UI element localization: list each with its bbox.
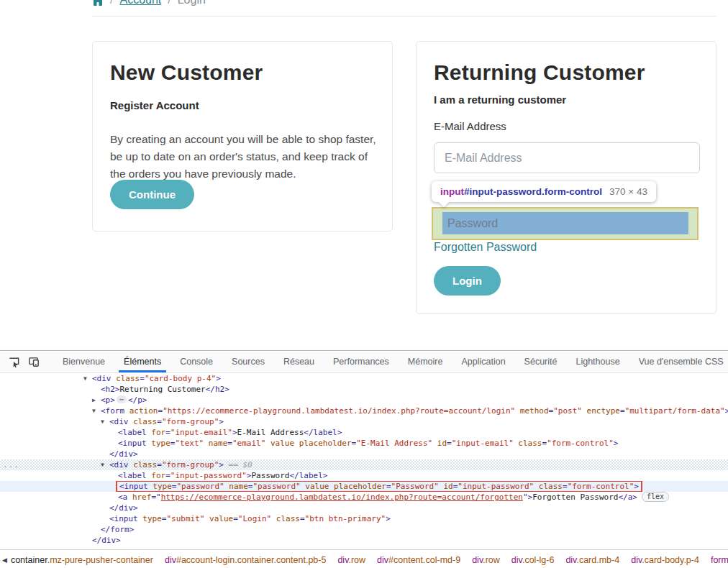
code-token: "input-email" [170,428,232,437]
forgotten-password-link[interactable]: Forgotten Password [434,241,537,254]
register-account-subtitle: Register Account [110,99,199,111]
devtools-tabs: BienvenueÉlémentsConsoleSourcesRéseauPer… [0,352,728,373]
expand-arrow-down-icon[interactable]: ▼ [101,459,109,470]
tab-sources[interactable]: Sources [222,352,274,372]
breadcrumb-separator: / [110,0,113,6]
code-token: "submit" [166,514,204,523]
dom-tree-row[interactable]: </form> [0,524,728,535]
crumb-token: div [511,555,522,565]
dom-tree-row[interactable]: <input type="text" name="email" value pl… [0,438,728,449]
code-token: = [386,482,391,491]
dom-tree-row[interactable]: </div> [0,503,728,513]
code-token: E-Mail Address [237,428,304,437]
dom-tree-row[interactable]: <label for="input-email">E-Mail Address<… [0,427,728,438]
expand-arrow-down-icon[interactable]: ▼ [92,406,101,416]
dom-tree-row[interactable]: <h2>Returning Customer</h2> [0,384,728,395]
devtools-breadcrumb-bar: ◀ container.mz-pure-pusher-containerdiv#… [0,549,728,568]
code-token: value placeholder [265,439,351,448]
tab-lighthouse[interactable]: Lighthouse [566,352,629,372]
dom-tree-row[interactable]: </div> [0,535,728,546]
code-token: "card-body p-4" [145,374,216,383]
expand-arrow-down-icon[interactable]: ▼ [83,373,92,384]
dom-crumb[interactable]: div.col-lg-6 [506,555,560,565]
code-token: = [227,439,232,448]
code-token: action [129,406,158,416]
breadcrumb-current: Login [178,0,206,6]
dom-crumb[interactable]: div.row [466,555,506,565]
code-token: "input-email" [452,439,514,448]
returning-customer-card: Returning Customer I am a returning cust… [416,41,716,314]
code-token: > [614,439,619,448]
tab-performances[interactable]: Performances [324,352,399,372]
dom-tree-row[interactable]: ▼<form action="https://ecommerce-playgro… [0,406,728,416]
dom-tree-row[interactable]: </div> [0,449,728,459]
code-token: </p> [128,395,147,405]
tab-réseau[interactable]: Réseau [274,352,324,372]
code-token: > [232,428,237,437]
code-token: "Login" [238,514,271,523]
code-token: "password" [252,482,300,491]
code-token: https://ecommerce-playground.lambdatest.… [161,493,523,502]
code-token: "input-password" [458,482,534,491]
tab-application[interactable]: Application [452,352,514,372]
code-token: class [133,460,157,469]
code-token: = [140,374,145,383]
code-token: enctype [582,406,620,416]
inspect-icon[interactable] [8,356,20,368]
dom-tree-row[interactable]: ▶<p>⋯</p> [0,395,728,406]
code-token: </label> [304,428,342,437]
dom-crumb[interactable]: div.card-body.p-4 [625,555,705,565]
dom-tree-row[interactable]: <input type="password" name="password" v… [0,481,728,492]
expand-arrow-right-icon[interactable]: ▶ [92,395,101,406]
breadcrumb-account-link[interactable]: Account [119,0,161,6]
code-token: > [219,417,224,426]
continue-button[interactable]: Continue [110,180,194,209]
dom-tree-row[interactable]: ...▼<div class="form-group"> == $0 [0,459,728,470]
crumb-token: div [377,555,388,565]
crumb-token: .row [483,555,500,565]
dom-tree-row[interactable]: <a href="https://ecommerce-playground.la… [0,492,728,503]
password-placeholder: Password [442,217,498,230]
code-token: <input [109,514,142,523]
expand-arrow-down-icon[interactable]: ▼ [101,416,109,427]
dom-crumb[interactable]: div#account-login.container.content.pb-5 [159,555,332,565]
collapsed-content-icon[interactable]: ⋯ [117,395,127,403]
tab-console[interactable]: Console [170,352,222,372]
password-field[interactable]: Password [442,212,688,234]
code-token: $0 [242,460,252,469]
dom-tree-row[interactable]: <input type="submit" value="Login" class… [0,513,728,524]
device-toolbar-icon[interactable] [28,356,40,368]
code-token: class [133,417,157,426]
dom-tree-row[interactable]: ▼<div class="form-group"> [0,416,728,427]
code-token: Returning Customer [120,385,206,394]
code-token: "> [523,493,532,502]
devtools-panel: BienvenueÉlémentsConsoleSourcesRéseauPer… [0,350,728,568]
crumb-token: #content.col-md-9 [388,555,460,565]
tab-bienvenue[interactable]: Bienvenue [53,352,114,372]
code-token: "form-group" [162,417,219,426]
dom-tree-row[interactable]: <label for="input-password">Password</la… [0,470,728,481]
email-label: E-Mail Address [434,120,506,132]
dom-crumb[interactable]: div#content.col-md-9 [371,555,466,565]
flex-badge[interactable]: flex [642,492,669,502]
code-token: "post" [553,406,582,416]
returning-customer-title: Returning Customer [434,60,645,85]
code-token: <p> [101,395,115,405]
dom-crumb[interactable]: form [705,555,728,565]
tab-sécurité[interactable]: Sécurité [515,352,567,372]
dom-crumb[interactable]: container.mz-pure-pusher-container [5,555,159,565]
code-token: = [447,439,452,448]
tab-mémoire[interactable]: Mémoire [399,352,452,372]
dom-crumb[interactable]: div.row [332,555,371,565]
email-field[interactable] [434,142,700,173]
login-button[interactable]: Login [434,266,501,296]
dom-crumb[interactable]: div.card.mb-4 [560,555,625,565]
code-token: = [563,482,568,491]
code-token: = [233,514,238,523]
home-icon[interactable] [92,0,104,6]
code-token: =" [151,493,160,502]
code-token: </div> [92,536,121,545]
tab-vue-d-ensemble-css[interactable]: Vue d'ensemble CSS [629,352,728,372]
tab-éléments[interactable]: Éléments [114,352,170,372]
dom-tree-row[interactable]: ▼<div class="card-body p-4"> [0,373,728,384]
